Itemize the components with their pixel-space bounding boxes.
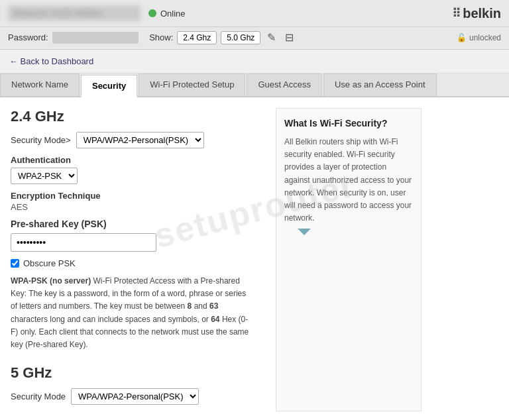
ghz-5-title: 5 GHz: [11, 364, 262, 382]
password-row: Password: ••••••••••••: [8, 32, 139, 44]
wifi-security-info-title: What Is Wi-Fi Security?: [284, 117, 413, 131]
speech-bubble-tail-icon: [298, 229, 311, 235]
security-mode-select-24[interactable]: WPA/WPA2-Personal(PSK): [76, 132, 204, 148]
ghz-24-title: 2.4 GHz: [11, 108, 262, 125]
network-name-blurred: Network SSID Hidden: [8, 5, 141, 21]
freq-2-4-button[interactable]: 2.4 Ghz: [177, 31, 217, 44]
desc-bold3: 64: [211, 315, 219, 324]
left-panel: 2.4 GHz Security Mode> WPA/WPA2-Personal…: [11, 108, 262, 411]
enc-label: Encryption Technique: [11, 191, 262, 201]
desc-text2: and: [194, 301, 209, 311]
obscure-psk-label: Obscure PSK: [23, 258, 76, 268]
belkin-text: belkin: [463, 6, 501, 21]
tab-network-name[interactable]: Network Name: [0, 74, 80, 96]
main-content: 2.4 GHz Security Mode> WPA/WPA2-Personal…: [0, 97, 509, 420]
enc-row: Encryption Technique AES: [11, 191, 262, 212]
belkin-logo: ⠿ belkin: [452, 6, 501, 21]
header: Network SSID Hidden Online ⠿ belkin: [0, 0, 509, 27]
right-panel: What Is Wi-Fi Security? All Belkin route…: [276, 108, 422, 411]
online-indicator: Online: [148, 9, 186, 19]
tab-security[interactable]: Security: [81, 75, 137, 97]
unlocked-label: unlocked: [469, 33, 501, 42]
tabs-bar: Network Name Security Wi-Fi Protected Se…: [0, 74, 509, 97]
obscure-psk-checkbox[interactable]: [11, 259, 19, 268]
description-box: WPA-PSK (no server) Wi-Fi Protected Acce…: [11, 275, 249, 351]
obscure-psk-row: Obscure PSK: [11, 258, 262, 268]
print-button[interactable]: ⊟: [282, 30, 296, 45]
desc-title: WPA-PSK (no server): [11, 276, 91, 286]
show-label: Show:: [149, 32, 173, 42]
belkin-dots-icon: ⠿: [452, 6, 460, 21]
wifi-security-info-body: All Belkin routers ship with Wi-Fi secur…: [284, 136, 413, 225]
sub-header: Password: •••••••••••• Show: 2.4 Ghz 5.0…: [0, 27, 509, 50]
back-to-dashboard-link[interactable]: ← Back to Dashboard: [9, 56, 93, 66]
security-mode-row-5: Security Mode WPA/WPA2-Personal(PSK): [11, 388, 262, 405]
tab-use-as-access-point[interactable]: Use as an Access Point: [323, 74, 437, 96]
password-label: Password:: [8, 32, 48, 42]
password-value: ••••••••••••: [52, 32, 139, 44]
desc-bold2: 63: [209, 301, 218, 311]
psk-label: Pre-shared Key (PSK): [11, 219, 262, 229]
edit-button[interactable]: ✎: [264, 30, 278, 45]
security-mode-label-5: Security Mode: [11, 392, 66, 401]
lock-icon: 🔓: [457, 33, 467, 42]
auth-label: Authentication: [11, 155, 262, 165]
psk-input[interactable]: [11, 233, 156, 252]
online-dot: [148, 9, 156, 17]
psk-row: Pre-shared Key (PSK): [11, 219, 262, 252]
security-mode-row-24: Security Mode> WPA/WPA2-Personal(PSK): [11, 132, 262, 148]
desc-text3: characters long and can include spaces a…: [11, 315, 211, 324]
desc-bold1: 8: [188, 301, 192, 311]
tab-wifi-protected-setup[interactable]: Wi-Fi Protected Setup: [139, 74, 245, 96]
unlocked-area: 🔓 unlocked: [457, 33, 501, 42]
enc-value: AES: [11, 202, 262, 212]
auth-row: Authentication WPA2-PSK: [11, 155, 262, 184]
security-mode-label-24: Security Mode>: [11, 135, 71, 145]
auth-select[interactable]: WPA2-PSK: [11, 168, 78, 184]
tab-guest-access[interactable]: Guest Access: [247, 74, 321, 96]
online-label: Online: [160, 9, 186, 19]
back-link-container: ← Back to Dashboard: [0, 50, 509, 74]
show-row: Show: 2.4 Ghz 5.0 Ghz ✎ ⊟: [149, 30, 296, 45]
security-mode-select-5[interactable]: WPA/WPA2-Personal(PSK): [71, 388, 199, 405]
header-left: Network SSID Hidden Online: [8, 5, 186, 21]
freq-5-button[interactable]: 5.0 Ghz: [221, 31, 260, 44]
